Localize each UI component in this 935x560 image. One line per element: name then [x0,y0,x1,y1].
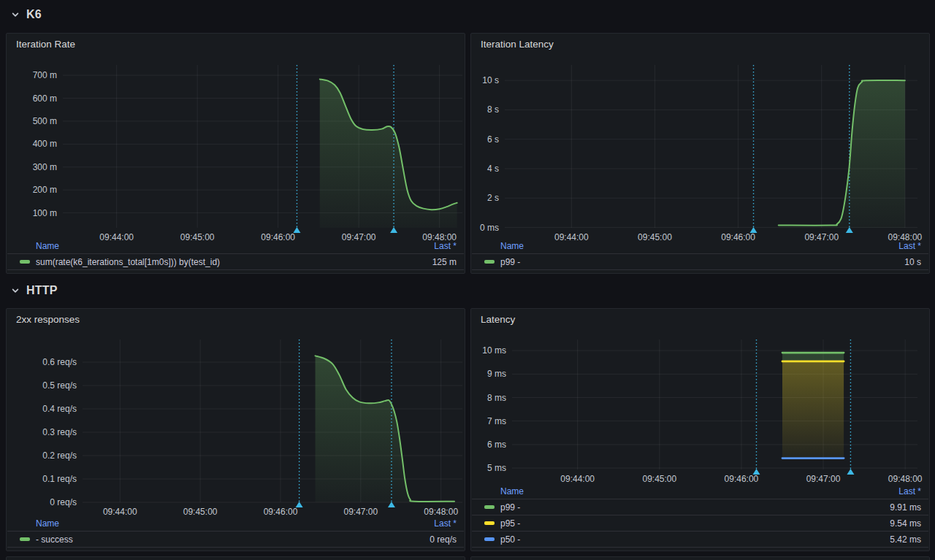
svg-text:09:44:00: 09:44:00 [103,507,137,517]
svg-text:0.3 req/s: 0.3 req/s [42,427,77,437]
svg-text:09:47:00: 09:47:00 [343,507,378,517]
panel-2xx-responses: 2xx responses 0 req/s0.1 req/s0.2 req/s0… [6,308,465,551]
svg-text:10 ms: 10 ms [482,345,506,356]
series-name[interactable]: sum(rate(k6_iterations_total[1m0s])) by(… [36,257,220,267]
legend-last-header[interactable]: Last * [898,486,921,496]
svg-text:09:45:00: 09:45:00 [642,474,676,484]
series-name[interactable]: - success [36,534,73,545]
panel-iteration-rate: Iteration Rate 100 m200 m300 m400 m500 m… [6,33,465,274]
legend-last-header[interactable]: Last * [434,518,457,529]
series-last-value: 125 m [424,257,457,267]
series-color-swatch [484,260,495,264]
svg-text:2 s: 2 s [487,193,499,203]
timeseries-chart-latency[interactable]: 5 ms6 ms7 ms8 ms9 ms10 ms09:44:0009:45:0… [471,309,931,490]
svg-text:7 ms: 7 ms [487,416,506,426]
panel-next-row-left [6,556,465,560]
section-header-http[interactable]: HTTP [11,284,58,297]
legend-last-header[interactable]: Last * [898,241,921,251]
panel-next-row-right [470,556,930,560]
legend-name-header[interactable]: Name [500,486,524,496]
series-name[interactable]: p50 - [500,534,520,545]
svg-text:6 s: 6 s [487,134,499,145]
svg-text:09:48:00: 09:48:00 [424,507,458,517]
svg-text:300 m: 300 m [33,162,57,172]
series-color-swatch [484,505,495,509]
svg-text:09:46:00: 09:46:00 [725,474,759,484]
svg-text:09:47:00: 09:47:00 [806,474,841,484]
panel-latency: Latency 5 ms6 ms7 ms8 ms9 ms10 ms09:44:0… [470,308,930,551]
series-last-value: 5.42 ms [881,534,921,545]
legend-row[interactable]: p99 - 10 s [472,253,928,269]
section-title[interactable]: K6 [26,8,42,21]
timeseries-chart-2xx-responses[interactable]: 0 req/s0.1 req/s0.2 req/s0.3 req/s0.4 re… [7,309,466,523]
legend-name-header[interactable]: Name [500,241,524,251]
panel-title[interactable]: 2xx responses [16,314,80,325]
series-color-swatch [20,537,30,541]
legend: Name Last * sum(rate(k6_iterations_total… [7,240,464,270]
series-last-value: 9.91 ms [881,502,921,513]
section-title[interactable]: HTTP [26,284,58,297]
svg-text:6 ms: 6 ms [487,440,506,450]
section-header-k6[interactable]: K6 [11,8,42,21]
svg-text:0.4 req/s: 0.4 req/s [42,404,77,414]
timeseries-chart-iteration-rate[interactable]: 100 m200 m300 m400 m500 m600 m700 m09:44… [7,34,466,248]
series-color-swatch [484,537,495,541]
series-name[interactable]: p99 - [500,502,520,513]
svg-text:8 ms: 8 ms [487,393,506,403]
legend-row[interactable]: - success 0 req/s [7,531,464,547]
chevron-down-icon[interactable] [11,286,20,295]
svg-text:0 ms: 0 ms [480,223,499,233]
svg-text:400 m: 400 m [33,139,57,149]
svg-text:09:44:00: 09:44:00 [560,474,595,484]
legend-row[interactable]: p95 - 9.54 ms [472,515,928,531]
svg-text:100 m: 100 m [33,208,57,218]
svg-text:0.1 req/s: 0.1 req/s [42,474,77,484]
legend: Name Last * p99 - 9.91 ms p95 - 9.54 ms … [472,486,928,548]
svg-text:200 m: 200 m [33,185,57,195]
legend: Name Last * - success 0 req/s [7,518,464,548]
legend-row[interactable]: p99 - 9.91 ms [472,499,928,515]
svg-text:0.5 req/s: 0.5 req/s [42,380,77,391]
svg-text:600 m: 600 m [33,93,57,104]
panel-title[interactable]: Iteration Latency [481,39,554,50]
panel-title[interactable]: Iteration Rate [16,39,75,50]
legend-name-header[interactable]: Name [36,241,59,251]
svg-text:10 s: 10 s [482,75,499,85]
legend-row[interactable]: sum(rate(k6_iterations_total[1m0s])) by(… [7,253,464,269]
svg-text:500 m: 500 m [33,116,57,126]
timeseries-chart-iteration-latency[interactable]: 0 ms2 s4 s6 s8 s10 s09:44:0009:45:0009:4… [471,34,931,248]
legend: Name Last * p99 - 10 s [472,240,928,270]
series-color-swatch [20,260,30,264]
svg-text:0 req/s: 0 req/s [50,497,77,507]
svg-text:09:46:00: 09:46:00 [264,507,298,517]
panel-title[interactable]: Latency [481,314,515,325]
svg-text:5 ms: 5 ms [487,463,506,473]
svg-text:8 s: 8 s [487,104,499,115]
chevron-down-icon[interactable] [11,10,20,19]
legend-row[interactable]: p50 - 5.42 ms [472,531,928,547]
svg-text:4 s: 4 s [487,164,499,174]
panel-iteration-latency: Iteration Latency 0 ms2 s4 s6 s8 s10 s09… [470,33,930,274]
series-name[interactable]: p95 - [500,518,520,529]
series-last-value: 10 s [896,257,921,267]
svg-text:0.6 req/s: 0.6 req/s [42,357,77,367]
svg-text:09:48:00: 09:48:00 [888,474,923,484]
legend-name-header[interactable]: Name [36,518,59,529]
svg-text:0.2 req/s: 0.2 req/s [42,450,77,461]
svg-text:700 m: 700 m [33,70,57,80]
svg-text:9 ms: 9 ms [487,369,506,379]
series-color-swatch [484,521,495,525]
svg-text:09:45:00: 09:45:00 [183,507,218,517]
series-last-value: 0 req/s [421,534,457,545]
series-last-value: 9.54 ms [881,518,921,529]
series-name[interactable]: p99 - [500,257,520,267]
legend-last-header[interactable]: Last * [434,241,457,251]
